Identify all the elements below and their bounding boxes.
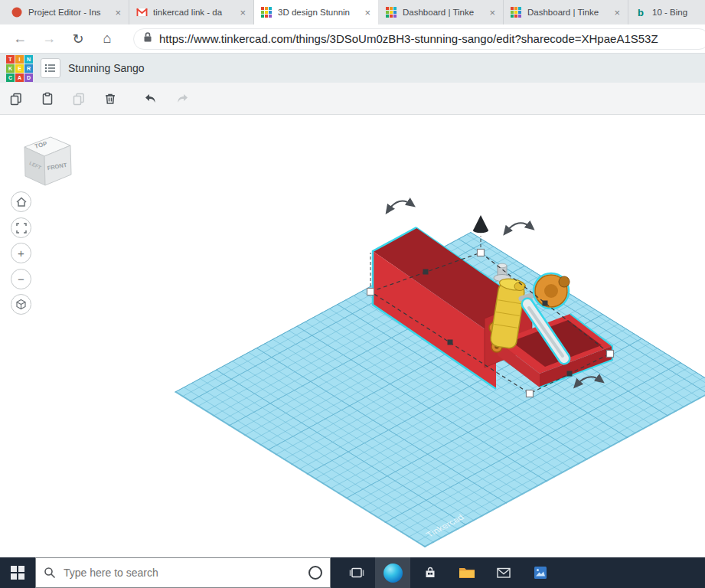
- back-button[interactable]: ←: [11, 31, 29, 47]
- design-title[interactable]: Stunning Sango: [68, 62, 145, 74]
- gmail-icon: [135, 6, 148, 18]
- address-bar[interactable]: https://www.tinkercad.com/things/3DSoUm0…: [133, 28, 705, 50]
- tab-title: 3D design Stunnin: [278, 8, 357, 17]
- tab-title: Dashboard | Tinke: [527, 8, 607, 17]
- url-text: https://www.tinkercad.com/things/3DSoUm0…: [159, 32, 658, 45]
- photos-button[interactable]: [524, 557, 557, 588]
- raise-cone-handle: [473, 215, 488, 233]
- home-view-icon: [15, 196, 28, 207]
- close-icon[interactable]: ×: [488, 7, 497, 18]
- lock-icon: [143, 31, 152, 46]
- refresh-button[interactable]: ↻: [69, 31, 87, 47]
- edge-icon: [384, 564, 403, 583]
- tab-dashboard-1[interactable]: Dashboard | Tinke ×: [379, 0, 504, 24]
- redo-icon[interactable]: [174, 90, 191, 107]
- tab-project-editor[interactable]: Project Editor - Ins ×: [5, 0, 129, 24]
- home-view-button[interactable]: [11, 191, 31, 212]
- close-icon[interactable]: ×: [238, 7, 247, 18]
- scene-3d[interactable]: [0, 115, 705, 557]
- windows-taskbar: [0, 557, 705, 588]
- fit-view-button[interactable]: [11, 217, 31, 238]
- tinkercad-icon: [385, 6, 397, 18]
- design-canvas[interactable]: Tinkercad: [0, 115, 705, 557]
- task-view-button[interactable]: [340, 557, 374, 588]
- bing-icon: b: [635, 6, 647, 18]
- perspective-toggle-button[interactable]: [11, 294, 31, 315]
- folder-icon: [459, 566, 475, 580]
- editor-toolbar: [0, 83, 705, 115]
- tab-title: Project Editor - Ins: [28, 8, 108, 17]
- start-button[interactable]: [0, 557, 35, 588]
- taskbar-search[interactable]: [35, 557, 331, 588]
- search-input[interactable]: [64, 567, 301, 579]
- file-explorer-button[interactable]: [450, 557, 484, 588]
- mail-button[interactable]: [487, 557, 521, 588]
- tinkercad-icon: [260, 6, 273, 18]
- windows-logo-icon: [11, 566, 24, 580]
- tab-dashboard-2[interactable]: Dashboard | Tinke ×: [504, 0, 628, 24]
- trash-icon[interactable]: [102, 90, 119, 107]
- store-icon: [423, 565, 438, 580]
- perspective-cube-icon: [15, 299, 27, 310]
- model-3d[interactable]: [373, 227, 612, 389]
- zoom-out-button[interactable]: −: [11, 269, 31, 289]
- zoom-in-button[interactable]: +: [11, 243, 31, 263]
- canvas-icon: [11, 6, 23, 18]
- design-menu-button[interactable]: [41, 58, 60, 78]
- close-icon[interactable]: ×: [612, 7, 622, 18]
- task-view-icon: [349, 566, 364, 580]
- paste-icon[interactable]: [39, 90, 56, 107]
- home-button[interactable]: ⌂: [98, 31, 116, 47]
- close-icon[interactable]: ×: [363, 7, 372, 18]
- tab-title: 10 - Bing: [652, 8, 705, 17]
- tinkercad-logo[interactable]: T I N K E R C A D: [6, 55, 33, 82]
- tab-title: tinkercad link - da: [153, 8, 233, 17]
- undo-icon[interactable]: [142, 90, 159, 107]
- cortana-icon[interactable]: [308, 566, 322, 580]
- viewcube[interactable]: TOP FRONT LEFT: [9, 124, 80, 197]
- browser-tab-bar: Project Editor - Ins × tinkercad link - …: [0, 0, 705, 24]
- screen: Project Editor - Ins × tinkercad link - …: [0, 0, 705, 588]
- browser-nav-bar: ← → ↻ ⌂ https://www.tinkercad.com/things…: [0, 24, 705, 54]
- close-icon[interactable]: ×: [113, 7, 122, 18]
- mail-icon: [496, 567, 511, 579]
- edge-browser-button[interactable]: [375, 557, 410, 588]
- tinkercad-header: T I N K E R C A D Stunning Sango: [0, 54, 705, 83]
- tab-tinkercad-link[interactable]: tinkercad link - da ×: [129, 0, 254, 24]
- fit-view-icon: [16, 223, 27, 234]
- forward-button[interactable]: →: [40, 31, 58, 47]
- tab-title: Dashboard | Tinke: [403, 8, 482, 17]
- store-button[interactable]: [413, 557, 447, 588]
- list-icon: [44, 63, 57, 74]
- tab-bing[interactable]: b 10 - Bing ×: [628, 0, 705, 24]
- search-icon: [44, 567, 56, 579]
- photos-icon: [533, 565, 548, 580]
- tinkercad-icon: [510, 6, 522, 18]
- duplicate-icon[interactable]: [70, 90, 87, 107]
- tab-3d-design-active[interactable]: 3D design Stunnin ×: [254, 0, 379, 24]
- copy-icon[interactable]: [8, 90, 24, 107]
